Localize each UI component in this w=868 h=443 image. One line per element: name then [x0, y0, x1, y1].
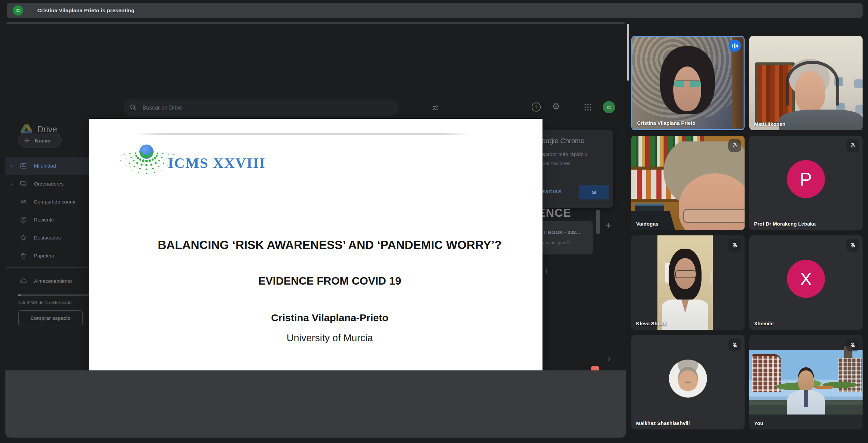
presenting-banner-text: Cristina Vilaplana Prieto is presenting — [37, 7, 135, 14]
popup-title: oogle Chrome — [542, 137, 585, 145]
participant-video — [631, 235, 745, 330]
popup-body-line2: tualizaciones — [541, 160, 571, 166]
participant-video — [749, 36, 863, 130]
drive-new-button: Nuevo — [18, 133, 62, 148]
participant-tile-prof-dr-morakeng-lebaka[interactable]: P Prof Dr Morakeng Lebaka — [749, 136, 863, 230]
arrow-up-icon: ↑ — [545, 267, 548, 275]
participant-name: Xhemile — [754, 321, 774, 326]
participant-video — [749, 335, 863, 429]
help-icon: ? — [532, 102, 541, 112]
presenter-avatar-letter: C — [16, 8, 20, 13]
drive-sidebar-item-label: Mi unidad — [34, 163, 56, 169]
drive-sidebar-item-label: Papelera — [34, 253, 54, 258]
participant-name: Cristina Vilaplana Prieto — [637, 120, 695, 126]
apps-grid-icon — [585, 104, 592, 111]
my-drive-icon — [20, 162, 27, 170]
drive-storage-label: Almacenamiento — [34, 278, 72, 284]
drive-search-placeholder: Buscar en Drive — [142, 104, 182, 111]
mic-off-icon — [728, 139, 741, 152]
participant-video — [631, 136, 745, 230]
mic-off-icon — [728, 239, 741, 252]
buy-storage-button: Comprar espacio — [18, 310, 83, 326]
popup-confirm-button: SÍ — [579, 185, 609, 199]
participant-tile-xhemile[interactable]: X Xhemile — [749, 235, 863, 330]
cloud-icon — [20, 277, 27, 285]
popup-body-line1: egador más rápido y — [541, 151, 588, 157]
doc-title-fragment: ENCE — [538, 206, 571, 219]
participant-tile-you[interactable]: You — [749, 335, 863, 429]
participant-tile-cristina-vilaplana-prieto[interactable]: Cristina Vilaplana Prieto — [631, 36, 745, 130]
presenting-banner: C Cristina Vilaplana Prieto is presentin… — [7, 3, 863, 18]
recent-icon — [20, 216, 27, 224]
audio-level-icon — [729, 40, 741, 52]
storage-usage-text: 156,9 MB de 15 GB usado — [18, 300, 72, 305]
participant-tile-matti-itkonen[interactable]: Matti Itkonen — [749, 36, 863, 130]
participant-tile-vaidogas[interactable]: Vaidogas — [631, 136, 745, 230]
participant-avatar-letter: X — [800, 268, 812, 289]
drive-sidebar-item-label: Ordenadores — [34, 181, 64, 187]
participants-scrollbar[interactable] — [627, 24, 629, 81]
participant-avatar: X — [787, 260, 825, 298]
participant-name: Kleva Shpati — [636, 321, 667, 326]
mic-off-icon — [846, 339, 859, 351]
shared-screen-video[interactable]: Drive Buscar en Drive ? ⚙ C Nuevo ▸Mi un… — [5, 24, 626, 370]
drive-sidebar-item-label: Destacados — [34, 235, 61, 240]
expand-caret-icon: ▸ — [5, 182, 18, 186]
drive-new-label: Nuevo — [35, 138, 51, 143]
mic-off-icon — [846, 239, 859, 252]
plus-icon: + — [606, 220, 611, 231]
presentation-slide: ICMS XXVIII BALANCING ‘RISK AWARENESS’ A… — [89, 119, 542, 370]
slide-text-block: BALANCING ‘RISK AWARENESS’ AND ‘PANDEMIC… — [117, 119, 542, 370]
popup-dismiss-button: RACIAS — [541, 189, 562, 194]
trash-icon — [20, 252, 27, 259]
slide-title-line2: EVIDENCE FROM COVID 19 — [117, 275, 542, 287]
participant-avatar: P — [787, 160, 825, 198]
drive-account-avatar: C — [603, 101, 615, 113]
participant-name: Malkhaz Shashiashvili — [636, 420, 690, 426]
plus-multicolor-icon — [23, 137, 30, 144]
file-card-line2: un mes por Ci... — [543, 240, 574, 245]
gear-icon: ⚙ — [552, 101, 560, 112]
participants-grid: Cristina Vilaplana Prieto Matti Itkonen … — [631, 36, 863, 429]
participant-name: You — [754, 420, 763, 426]
drive-scrollbar-thumb — [596, 210, 600, 234]
starred-icon — [20, 234, 27, 242]
mic-off-icon — [728, 339, 741, 351]
participant-avatar-letter: P — [800, 169, 812, 190]
search-icon — [130, 104, 137, 111]
drive-account-letter: C — [607, 104, 611, 110]
pdf-badge-fragment — [591, 366, 599, 370]
tune-icon — [431, 104, 439, 112]
participant-tile-malkhaz-shashiashvili[interactable]: Malkhaz Shashiashvili — [631, 335, 745, 429]
participant-name: Prof Dr Morakeng Lebaka — [754, 221, 816, 227]
drive-search-bar: Buscar en Drive — [123, 99, 399, 116]
file-card-line1: T BOOK - 202... — [543, 229, 580, 235]
participant-video — [632, 37, 744, 129]
drive-sidebar-item-label: Reciente — [34, 217, 54, 223]
computers-icon — [20, 180, 27, 188]
participant-name: Vaidogas — [636, 221, 658, 227]
shared-with-me-icon — [20, 198, 27, 206]
participant-avatar — [669, 360, 707, 398]
participant-tile-kleva-shpati[interactable]: Kleva Shpati — [631, 235, 745, 330]
participant-name: Matti Itkonen — [754, 121, 786, 127]
chevron-right-icon: › — [608, 353, 611, 364]
presentation-stage: Drive Buscar en Drive ? ⚙ C Nuevo ▸Mi un… — [5, 22, 626, 438]
mic-off-icon — [846, 139, 859, 152]
slide-affiliation: University of Murcia — [117, 332, 542, 344]
presenter-avatar: C — [13, 5, 23, 16]
slide-author: Cristina Vilaplana-Prieto — [117, 312, 542, 324]
slide-title-line1: BALANCING ‘RISK AWARENESS’ AND ‘PANDEMIC… — [117, 238, 542, 252]
expand-caret-icon: ▸ — [5, 164, 18, 168]
drive-sidebar-item-label: Compartido conmi — [34, 199, 75, 205]
